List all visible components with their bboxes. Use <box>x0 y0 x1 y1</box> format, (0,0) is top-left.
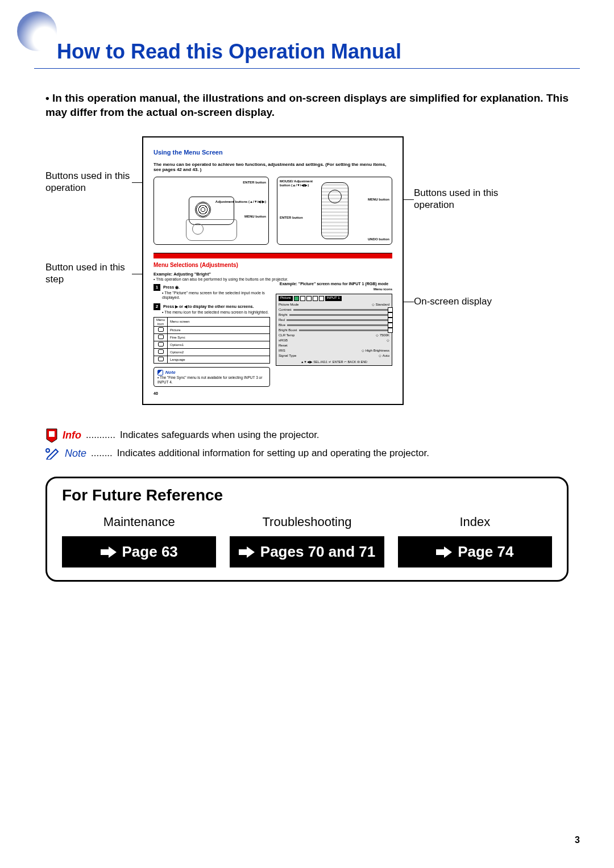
callout-buttons-operation-left: Buttons used in this operation <box>45 170 132 194</box>
table-row: Picture <box>154 327 270 334</box>
pen-icon <box>157 370 163 375</box>
note-legend-row: Note ........ Indicates additional infor… <box>45 447 569 460</box>
steps-column: 1 Press ◉. • The "Picture" menu screen f… <box>154 282 270 397</box>
note-text: Indicates additional information for set… <box>117 448 429 459</box>
step-1-sub: • The "Picture" menu screen for the sele… <box>162 291 270 300</box>
future-page-link[interactable]: Page 63 <box>62 536 216 567</box>
arrow-icon <box>436 546 453 558</box>
page-title: How to Read this Operation Manual <box>57 40 580 64</box>
arrow-icon <box>239 546 256 558</box>
future-label: Troubleshooting <box>230 515 384 529</box>
osd-screen: Picture INPUT 1 Picture Mode◇ Standard C… <box>276 294 392 366</box>
example-intro: The menu can be operated to achieve two … <box>154 162 392 172</box>
left-callouts: Buttons used in this operation Button us… <box>45 136 142 405</box>
label-menu: MENU button <box>244 215 266 219</box>
table-row: Options1 <box>154 341 270 349</box>
future-page-link[interactable]: Page 74 <box>398 536 552 567</box>
title-rule <box>34 68 580 69</box>
table-row: Fine Sync <box>154 334 270 341</box>
osd-title: Example: "Picture" screen menu for INPUT… <box>276 282 392 286</box>
label-remote-menu: MENU button <box>368 198 389 202</box>
label-mouse: MOUSE/ Adjustment button (▲/▼/◀/▶) <box>280 180 314 187</box>
right-callouts: Buttons used in this operation On-screen… <box>404 136 500 405</box>
example-label: Example: Adjusting "Bright" <box>154 272 392 277</box>
osd-menu-icon <box>319 296 324 301</box>
osd-menu-icon <box>313 296 318 301</box>
remote-panel: MOUSE/ Adjustment button (▲/▼/◀/▶) MENU … <box>277 177 392 245</box>
example-page-number: 40 <box>154 391 270 396</box>
osd-footer: ▲▼◀▶ SEL./ADJ. ↵ ENTER ⤺ BACK ⊚ END <box>279 360 389 364</box>
future-label: Index <box>398 515 552 529</box>
info-text: Indicates safeguards when using the proj… <box>120 429 320 441</box>
inline-note-text: • The "Fine Sync" menu is not available … <box>157 375 266 384</box>
step-2-text: Press ▶ or ◀ to display the other menu s… <box>163 304 254 308</box>
future-page-text: Page 63 <box>122 543 178 561</box>
label-adjust: Adjustment buttons (▲/▼/◀/▶) <box>215 200 266 204</box>
info-legend-row: Info ........... Indicates safeguards wh… <box>45 428 569 443</box>
info-dots: ........... <box>86 429 115 441</box>
menu-table: Menu iconMenu screen Picture Fine Sync O… <box>154 317 270 364</box>
section-heading: Menu Selections (Adjustments) <box>154 262 392 269</box>
future-col-maintenance: Maintenance Page 63 <box>62 515 216 567</box>
osd-menu-icon <box>306 296 312 301</box>
note-icon <box>45 447 60 460</box>
osd-input-badge: INPUT 1 <box>325 296 342 301</box>
label-undo: UNDO button <box>368 237 389 241</box>
example-diagram: Buttons used in this operation Button us… <box>45 136 569 405</box>
step-2-num: 2 <box>154 303 160 310</box>
page-number: 3 <box>575 835 580 845</box>
table-row: Options2 <box>154 349 270 356</box>
info-icon <box>45 428 58 443</box>
remote-illustration <box>321 182 349 239</box>
section-divider <box>154 253 392 258</box>
future-heading: For Future Reference <box>62 486 552 504</box>
corner-gradient <box>17 11 57 51</box>
example-note: • This operation can also be performed b… <box>154 277 392 282</box>
projector-panel: ENTER button Adjustment buttons (▲/▼/◀/▶… <box>154 177 269 245</box>
callout-onscreen-display: On-screen display <box>414 296 500 307</box>
note-label: Note <box>65 448 86 460</box>
svg-rect-0 <box>49 431 55 437</box>
osd-column: Example: "Picture" screen menu for INPUT… <box>276 282 392 397</box>
step-1-num: 1 <box>154 284 160 291</box>
info-label: Info <box>63 429 81 441</box>
future-label: Maintenance <box>62 515 216 529</box>
table-row: Language <box>154 356 270 364</box>
future-col-troubleshooting: Troubleshooting Pages 70 and 71 <box>230 515 384 567</box>
example-heading: Using the Menu Screen <box>154 149 392 156</box>
step-2-sub: • The menu icon for the selected menu sc… <box>162 310 270 315</box>
future-page-text: Pages 70 and 71 <box>260 543 375 561</box>
embedded-example-page: Using the Menu Screen The menu can be op… <box>142 136 404 405</box>
projector-front-illustration <box>186 219 237 241</box>
note-dots: ........ <box>91 448 113 459</box>
future-page-link[interactable]: Pages 70 and 71 <box>230 536 384 567</box>
arrow-icon <box>101 546 118 558</box>
callout-buttons-operation-right: Buttons used in this operation <box>414 187 500 211</box>
menu-icons-label: Menu icons <box>276 287 392 291</box>
future-reference-box: For Future Reference Maintenance Page 63… <box>45 477 569 582</box>
future-page-text: Page 74 <box>458 543 513 561</box>
inline-note-label: Note <box>165 370 176 375</box>
label-enter: ENTER button <box>243 181 266 185</box>
inline-note-box: Note • The "Fine Sync" menu is not avail… <box>154 367 270 387</box>
label-remote-enter: ENTER button <box>280 216 303 220</box>
future-col-index: Index Page 74 <box>398 515 552 567</box>
step-1-text: Press ◉. <box>163 285 180 289</box>
callout-button-step: Button used in this step <box>45 262 132 285</box>
osd-menu-icon <box>294 296 299 301</box>
svg-point-1 <box>46 449 49 452</box>
osd-menu-icon <box>300 296 305 301</box>
osd-tab: Picture <box>279 296 293 301</box>
intro-paragraph: • In this operation manual, the illustra… <box>45 91 569 119</box>
